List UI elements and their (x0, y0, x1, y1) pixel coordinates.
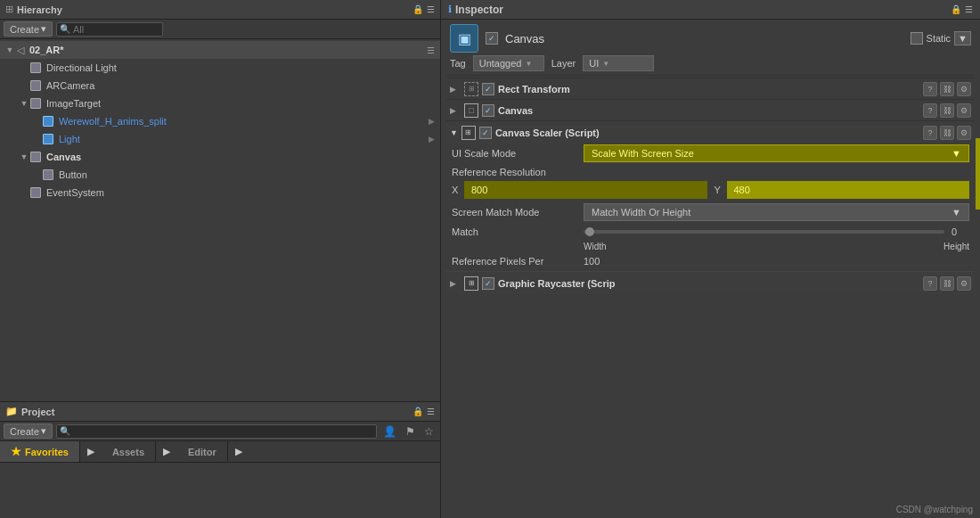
project-menu-icon[interactable]: ☰ (427, 407, 435, 416)
tag-value: Untagged (479, 58, 522, 69)
main-layout: ⊞ Hierarchy 🔒 ☰ Create ▾ 🔍 ◁ (0, 0, 980, 518)
project-flag-icon[interactable]: ⚑ (403, 424, 418, 439)
rect-transform-checkbox[interactable]: ✓ (482, 83, 494, 95)
hierarchy-item-eventsystem[interactable]: EventSystem (0, 184, 440, 201)
project-search-input[interactable] (56, 424, 377, 439)
favorites-star-icon: ★ (11, 445, 21, 458)
light-arrow-right: ▶ (429, 135, 435, 144)
static-checkbox[interactable] (911, 32, 923, 45)
match-slider[interactable] (584, 230, 944, 234)
canvas-scaler-icons: ? ⛓ ⚙ (923, 126, 971, 140)
canvas-scaler-link-btn[interactable]: ⛓ (940, 126, 954, 140)
ww-label: Werewolf_H_anims_split (59, 116, 167, 127)
create-dropdown-arrow: ▾ (41, 23, 46, 35)
project-create-button[interactable]: Create ▾ (4, 423, 53, 439)
project-tabs-bar: ★ Favorites ▶ Assets ▶ Editor ▶ (0, 441, 440, 463)
separator-1 (446, 75, 975, 76)
canvas-comp-info-btn[interactable]: ? (923, 103, 937, 118)
inspector-content: ▣ ✓ Canvas Static ▼ Tag Untagged ▼ (441, 20, 980, 518)
canvas-comp-icons: ? ⛓ ⚙ (923, 103, 971, 118)
hierarchy-item-light[interactable]: Light ▶ (0, 130, 440, 148)
scene-root-item[interactable]: ◁ 02_AR* ☰ (0, 41, 440, 59)
static-label: Static (927, 33, 951, 44)
rect-transform-expand[interactable]: ▶ (450, 85, 461, 94)
es-cube-icon (30, 187, 41, 198)
graphic-raycaster-name: Graphic Raycaster (Scrip (498, 278, 919, 289)
hierarchy-item-canvas[interactable]: Canvas (0, 148, 440, 166)
project-search-wrapper: 🔍 (56, 424, 377, 439)
canvas-scaler-gear-btn[interactable]: ⚙ (957, 126, 971, 140)
graphic-raycaster-expand[interactable]: ▶ (450, 279, 461, 288)
hierarchy-create-button[interactable]: Create ▾ (4, 21, 53, 37)
ui-scale-mode-label: UI Scale Mode (452, 148, 576, 159)
y-field: Y 480 (715, 181, 970, 199)
rect-transform-icon: ⊞ (464, 82, 478, 96)
canvas-expand (20, 152, 29, 161)
scene-root-label: 02_AR* (29, 45, 424, 55)
project-header: 📁 Project 🔒 ☰ (0, 402, 440, 422)
x-label: X (452, 185, 462, 195)
inspector-lock-icon[interactable]: 🔒 (951, 4, 961, 14)
tab-favorites[interactable]: ★ Favorites (0, 441, 80, 462)
inspector-info-icon: ℹ (448, 4, 452, 15)
project-lock-icon[interactable]: 🔒 (412, 407, 423, 416)
scene-expand-arrow (5, 45, 14, 54)
static-dropdown-arrow: ▼ (958, 33, 968, 44)
canvas-comp-checkbox[interactable]: ✓ (482, 104, 494, 117)
hierarchy-header: ⊞ Hierarchy 🔒 ☰ (0, 0, 440, 20)
canvas-scaler-checkbox[interactable]: ✓ (479, 127, 492, 139)
rect-transform-name: Rect Transform (498, 84, 919, 95)
tab-editor[interactable]: Editor (177, 441, 228, 462)
canvas-comp-link-btn[interactable]: ⛓ (940, 103, 954, 118)
canvas-comp-name: Canvas (498, 105, 919, 116)
hierarchy-item-werewolf[interactable]: Werewolf_H_anims_split ▶ (0, 112, 440, 130)
scene-menu-icon[interactable]: ☰ (427, 45, 435, 55)
project-toolbar: Create ▾ 🔍 👤 ⚑ ☆ (0, 422, 440, 441)
ui-scale-dropdown-arrow: ▼ (951, 148, 961, 159)
graphic-raycaster-checkbox[interactable]: ✓ (482, 277, 494, 290)
hierarchy-item-button[interactable]: Button (0, 166, 440, 184)
canvas-comp-gear-btn[interactable]: ⚙ (957, 103, 971, 118)
canvas-active-checkbox[interactable]: ✓ (486, 32, 498, 45)
ui-scale-mode-dropdown[interactable]: Scale With Screen Size ▼ (584, 144, 969, 162)
hierarchy-menu-icon[interactable]: ☰ (427, 4, 435, 14)
light-label: Light (59, 134, 80, 144)
hierarchy-item-imagetarget[interactable]: ImageTarget (0, 95, 440, 112)
rect-transform-gear-btn[interactable]: ⚙ (957, 82, 971, 96)
x-value[interactable]: 800 (464, 181, 707, 199)
static-dropdown[interactable]: ▼ (954, 31, 971, 45)
layer-label-text: Layer (551, 58, 576, 69)
y-value[interactable]: 480 (727, 181, 970, 199)
match-slider-thumb[interactable] (585, 227, 594, 236)
hierarchy-item-directional-light[interactable]: Directional Light (0, 59, 440, 77)
canvas-scaler-info-btn[interactable]: ? (923, 126, 937, 140)
layer-dropdown[interactable]: UI ▼ (583, 55, 654, 71)
graphic-raycaster-gear-btn[interactable]: ⚙ (957, 276, 971, 291)
canvas-comp-expand[interactable]: ▶ (450, 106, 461, 115)
hierarchy-search-input[interactable] (56, 22, 163, 37)
hierarchy-lock-icon[interactable]: 🔒 (412, 4, 423, 14)
match-row: Match 0 (446, 222, 975, 242)
project-title: Project (21, 407, 409, 417)
graphic-raycaster-link-btn[interactable]: ⛓ (940, 276, 954, 291)
rect-transform-info-btn[interactable]: ? (923, 82, 937, 96)
screen-match-mode-dropdown[interactable]: Match Width Or Height ▼ (584, 203, 969, 221)
tag-dropdown[interactable]: Untagged ▼ (473, 55, 544, 71)
inspector-menu-icon[interactable]: ☰ (965, 4, 973, 14)
tab-assets[interactable]: Assets (102, 441, 156, 462)
screen-match-mode-row: Screen Match Mode Match Width Or Height … (446, 202, 975, 222)
hierarchy-item-arcamera[interactable]: ARCamera (0, 77, 440, 95)
canvas-scaler-expand[interactable]: ▼ (450, 128, 458, 137)
graphic-raycaster-info-btn[interactable]: ? (923, 276, 937, 291)
rect-transform-row: ▶ ⊞ ✓ Rect Transform ? ⛓ ⚙ (446, 78, 975, 99)
width-label: Width (584, 242, 607, 251)
rect-transform-icons: ? ⛓ ⚙ (923, 82, 971, 96)
width-height-labels: Width Height (446, 242, 975, 251)
project-star-btn[interactable]: ☆ (421, 424, 437, 439)
layer-value: UI (589, 58, 599, 69)
graphic-raycaster-row: ▶ ⊞ ✓ Graphic Raycaster (Scrip ? ⛓ ⚙ (446, 271, 975, 294)
hierarchy-panel: ⊞ Hierarchy 🔒 ☰ Create ▾ 🔍 ◁ (0, 0, 440, 402)
rect-transform-link-btn[interactable]: ⛓ (940, 82, 954, 96)
project-person-icon[interactable]: 👤 (380, 424, 399, 439)
project-create-arrow: ▾ (41, 425, 46, 437)
